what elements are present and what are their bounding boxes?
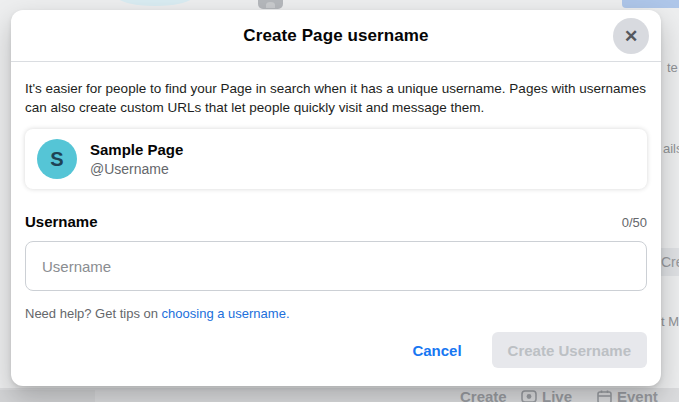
page-meta: Sample Page @Username bbox=[90, 141, 183, 177]
help-text: Need help? Get tips on choosing a userna… bbox=[25, 306, 647, 321]
background-text-fragment: te bbox=[667, 60, 678, 75]
dialog-body: It's easier for people to find your Page… bbox=[11, 62, 661, 321]
dialog-header: Create Page username ✕ bbox=[11, 10, 661, 62]
dialog-title: Create Page username bbox=[243, 26, 428, 46]
close-button[interactable]: ✕ bbox=[613, 18, 649, 54]
toolbar-create-button: Create bbox=[460, 388, 507, 402]
live-video-icon bbox=[521, 390, 537, 402]
username-label-row: Username 0/50 bbox=[25, 213, 647, 230]
choosing-username-link[interactable]: choosing a username. bbox=[162, 306, 290, 321]
calendar-icon bbox=[597, 390, 612, 402]
page-avatar: S bbox=[37, 139, 77, 179]
toolbar-create-label: Create bbox=[460, 388, 507, 402]
toolbar-event-label: Event bbox=[617, 388, 658, 402]
page-preview-card: S Sample Page @Username bbox=[25, 129, 647, 189]
background-cover-shape bbox=[116, 0, 194, 6]
username-label: Username bbox=[25, 213, 98, 230]
dialog-description: It's easier for people to find your Page… bbox=[25, 79, 647, 117]
username-input[interactable] bbox=[25, 241, 647, 291]
background-text-fragment: t M bbox=[661, 314, 679, 329]
toolbar-live-label: Live bbox=[542, 388, 572, 402]
close-icon: ✕ bbox=[624, 28, 638, 45]
create-username-button[interactable]: Create Username bbox=[492, 332, 647, 368]
char-counter: 0/50 bbox=[622, 215, 647, 230]
background-blue-banner bbox=[622, 0, 679, 8]
help-prefix: Need help? Get tips on bbox=[25, 306, 162, 321]
background-toolbar-strip-left bbox=[0, 390, 95, 402]
camera-lens bbox=[266, 2, 275, 8]
dialog-footer: Cancel Create Username bbox=[412, 332, 647, 368]
avatar-letter: S bbox=[50, 148, 63, 171]
toolbar-live-button: Live bbox=[521, 388, 572, 402]
page-handle: @Username bbox=[90, 161, 183, 177]
page-name: Sample Page bbox=[90, 141, 183, 158]
toolbar-event-button: Event bbox=[597, 388, 658, 402]
background-toolbar-strip bbox=[0, 388, 679, 402]
background-text-fragment: ails bbox=[663, 141, 679, 156]
cancel-button[interactable]: Cancel bbox=[412, 342, 461, 359]
create-page-username-dialog: Create Page username ✕ It's easier for p… bbox=[11, 10, 661, 386]
camera-icon bbox=[258, 0, 283, 9]
